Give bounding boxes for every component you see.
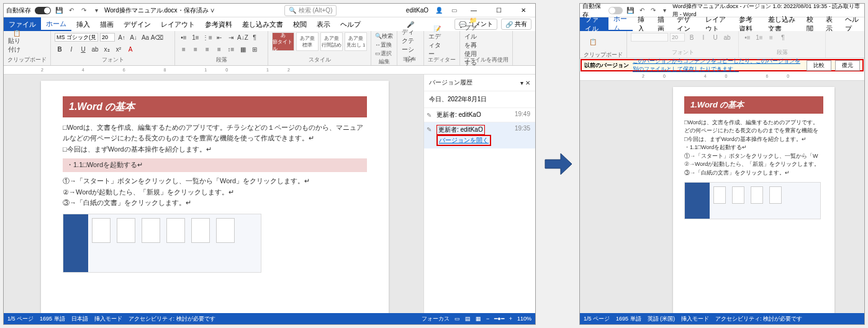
find-button[interactable]: 🔍検索 [375,32,393,40]
select-button[interactable]: ▭選択 [375,50,392,58]
paste-button[interactable]: 📋 [584,32,602,51]
increase-font-icon[interactable]: A↑ [117,32,127,42]
doc-step[interactable]: ①→「スタート」ボタンをクリックし、一覧から「Word」をクリックします。↵ [63,176,367,187]
zoom-slider[interactable]: ━●━ [494,316,504,322]
subscript-button[interactable]: x₂ [102,44,112,54]
minimize-button[interactable]: — [464,4,483,17]
tab-file[interactable]: ファイル [4,17,41,31]
doc-paragraph[interactable]: □Wordは、文書を作成、編集するためのアプリです。チラシなどの１ページのものか… [63,122,367,144]
search-input[interactable]: 🔍 検索 (Alt+Q) [284,5,337,16]
doc-step[interactable]: ②→Wordが起動したら、「新規」をクリックします。↵ [63,187,367,198]
strikethrough-button[interactable]: ab [90,44,100,54]
replace-button[interactable]: ↔置換 [375,41,392,49]
tab-file[interactable]: ファイル [580,17,608,31]
font-name-select[interactable] [55,33,98,42]
doc-embedded-image[interactable] [63,214,261,273]
tab-view[interactable]: 表示 [312,17,335,31]
document-scroll[interactable]: 1.Word の基本 □Wordは、文書を作成、編集するためのアプリです。チラシ… [4,75,423,313]
tab-references[interactable]: 参考資料 [734,17,762,31]
tab-review[interactable]: 校閲 [288,17,312,31]
doc-step[interactable]: ③→「白紙の文書」をクリックします。↵ [684,169,823,178]
tab-design[interactable]: デザイン [119,17,156,31]
share-button[interactable]: 🔗共有 [501,19,531,30]
tab-draw[interactable]: 描画 [95,17,119,31]
doc-step[interactable]: ②→Wordが起動したら、「新規」をクリックします。 [684,160,823,169]
align-left-icon[interactable]: ≡ [179,44,189,54]
sb-page[interactable]: 1/5 ページ [584,315,610,323]
line-spacing-icon[interactable]: ↕≡ [226,44,236,54]
sb-lang[interactable]: 日本語 [71,315,88,323]
tab-home[interactable]: ホーム [608,17,633,31]
horizontal-ruler[interactable]: 20 40 60 [580,72,864,81]
tab-design[interactable]: デザイン [672,17,700,31]
doc-step[interactable]: ③→「白紙の文書」をクリックします。↵ [63,198,367,209]
doc-embedded-image[interactable] [684,182,821,219]
zoom-in-icon[interactable]: + [509,316,512,322]
sb-ime[interactable]: 挿入モード [681,315,709,323]
tab-view[interactable]: 表示 [821,17,840,31]
sb-words[interactable]: 1695 単語 [40,315,65,323]
superscript-button[interactable]: x² [114,44,124,54]
tab-insert[interactable]: 挿入 [633,17,652,31]
sb-lang[interactable]: 英語 (米国) [648,315,676,323]
doc-heading[interactable]: 1.Word の基本 [684,96,823,114]
view-print-icon[interactable]: ▤ [465,316,471,322]
sort-icon[interactable]: A↓Z [238,32,248,42]
decrease-indent-icon[interactable]: ⇤ [214,32,224,42]
maximize-button[interactable]: ☐ [489,4,508,17]
save-icon[interactable]: 💾 [55,6,63,15]
redo-icon[interactable]: ↷ [79,6,88,15]
doc-paragraph[interactable]: □今回は、まずWordの基本操作を紹介します。↵ [63,144,367,155]
font-size-select[interactable] [100,33,115,42]
save-icon[interactable]: 💾 [626,6,635,15]
sb-accessibility[interactable]: アクセシビリティ: 検討が必要です [129,315,215,323]
doc-paragraph[interactable]: □今回は、まずWordの基本操作を紹介します。↵ [684,135,823,144]
tab-layout[interactable]: レイアウト [700,17,734,31]
close-button[interactable]: ✕ [514,4,533,17]
sb-page[interactable]: 1/5 ページ [7,315,34,323]
panel-dropdown-icon[interactable]: ▾ [520,80,523,86]
doc-step[interactable]: ①→「スタート」ボタンをクリックし、一覧から「W [684,152,823,161]
zoom-level[interactable]: 110% [517,316,531,322]
dictation-button[interactable]: 🎤ディクテーション [401,32,420,51]
zoom-out-icon[interactable]: − [486,316,489,322]
doc-subheading[interactable]: ・1.1□Wordを起動する↵ [684,144,823,152]
tab-help[interactable]: ヘルプ [335,17,366,31]
panel-close-icon[interactable]: ✕ [525,80,530,86]
doc-paragraph[interactable]: □Wordは、文書を作成、編集するためのアプリです。どの何ページにわたる長文のも… [684,119,823,135]
reuse-button[interactable]: 📁ファイルを再使用する [464,32,482,51]
style-normal[interactable]: あア亜標準 [296,32,319,51]
view-read-icon[interactable]: ▭ [454,316,460,322]
clear-format-icon[interactable]: A⌫ [152,32,162,42]
avatar[interactable]: 👤 [435,6,443,15]
increase-indent-icon[interactable]: ⇥ [226,32,236,42]
tab-draw[interactable]: 描画 [653,17,672,31]
sb-words[interactable]: 1695 単語 [616,315,641,323]
change-case-icon[interactable]: Aa [140,32,150,42]
open-version-link[interactable]: バージョンを開く [436,135,491,146]
borders-icon[interactable]: ⊞ [250,44,260,54]
restore-button[interactable]: 復元 [835,60,860,71]
user-name[interactable]: editKaO [406,7,428,14]
editor-button[interactable]: 📝エディター [428,32,446,51]
document-scroll[interactable]: 1.Word の基本 □Wordは、文書を作成、編集するためのアプリです。どの何… [580,81,864,313]
tab-home[interactable]: ホーム [41,17,71,31]
version-item-selected[interactable]: ✎ 更新者: editKaO 19:35 バージョンを開く [424,122,535,148]
style-heading[interactable]: あ節タイトル [272,32,294,51]
sb-ime[interactable]: 挿入モード [94,315,122,323]
undo-icon[interactable]: ↶ [638,6,646,15]
window-options-icon[interactable]: ▭ [450,6,458,15]
style-nospacing[interactable]: あア亜行間詰め [320,32,343,51]
sb-accessibility[interactable]: アクセシビリティ: 検討が必要です [715,315,802,323]
view-web-icon[interactable]: ▦ [476,316,481,322]
tab-layout[interactable]: レイアウト [156,17,200,31]
shading-icon[interactable]: ▦ [238,44,248,54]
multilevel-icon[interactable]: ⋮≡ [202,32,212,42]
redo-icon[interactable]: ↷ [649,6,658,15]
tab-mailings[interactable]: 差し込み文書 [237,17,288,31]
justify-icon[interactable]: ≡ [214,44,224,54]
compare-button[interactable]: 比較 [807,60,831,71]
tab-insert[interactable]: 挿入 [71,17,95,31]
autosave-toggle[interactable] [608,7,623,14]
align-right-icon[interactable]: ≡ [202,44,212,54]
